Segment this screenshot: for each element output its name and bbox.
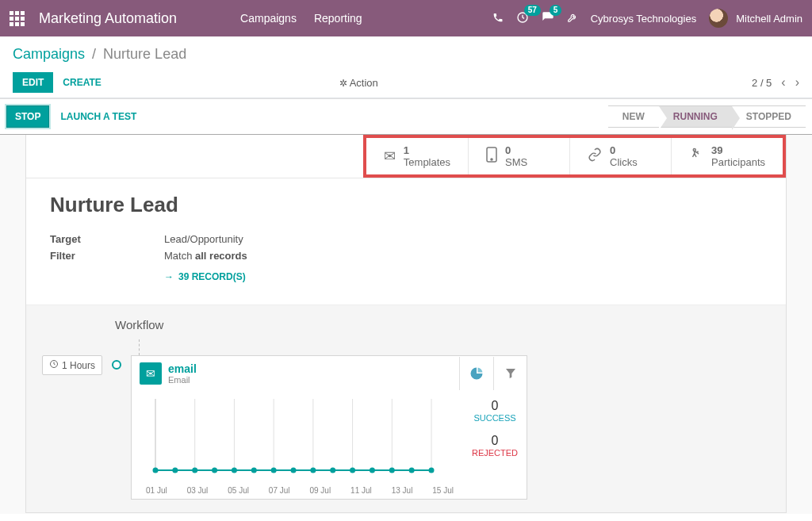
svg-point-21 (271, 468, 277, 473)
svg-point-19 (232, 468, 237, 473)
activity-card: ✉ email Email (131, 355, 527, 500)
workflow-title: Workflow (115, 318, 770, 331)
graph-button[interactable] (460, 357, 493, 390)
funnel-button[interactable] (493, 357, 527, 390)
clock-icon (49, 359, 59, 371)
nav-menu: Campaigns Reporting (240, 12, 362, 25)
page-title: Nurture Lead (50, 193, 762, 217)
breadcrumb-current: Nurture Lead (103, 46, 186, 62)
control-panel: Campaigns / Nurture Lead EDIT CREATE ✲ A… (0, 36, 812, 98)
svg-point-16 (172, 468, 178, 473)
activity-name[interactable]: email (168, 362, 197, 375)
apps-icon[interactable] (10, 11, 25, 26)
stat-buttons-row: ✉ 1 Templates 0 SMS (26, 135, 786, 178)
stop-button[interactable]: STOP (6, 105, 49, 128)
status-steps: NEW RUNNING STOPPED (608, 105, 806, 128)
records-link[interactable]: → 39 RECORD(S) (164, 271, 762, 282)
sheet-body: Nurture Lead Target Lead/Opportunity Fil… (26, 178, 786, 290)
svg-point-23 (310, 468, 316, 473)
status-new[interactable]: NEW (608, 105, 659, 128)
messages-icon[interactable]: 5 (542, 11, 554, 26)
activities-badge: 57 (524, 5, 541, 16)
nav-campaigns[interactable]: Campaigns (240, 12, 297, 25)
launch-test-button[interactable]: LAUNCH A TEST (60, 111, 136, 122)
nav-reporting[interactable]: Reporting (314, 12, 362, 25)
avatar[interactable] (709, 9, 728, 28)
svg-point-29 (429, 468, 435, 473)
messages-badge: 5 (550, 5, 562, 16)
rejected-count: 0 (463, 434, 527, 448)
filter-value: Match all records (164, 250, 247, 262)
participants-icon (689, 147, 703, 166)
stat-sms[interactable]: 0 SMS (469, 138, 570, 174)
user-name[interactable]: Mitchell Admin (736, 13, 802, 25)
status-bar: STOP LAUNCH A TEST NEW RUNNING STOPPED (0, 98, 812, 135)
svg-point-2 (491, 159, 492, 160)
svg-point-24 (330, 468, 335, 473)
target-value: Lead/Opportunity (164, 233, 243, 245)
svg-point-3 (693, 148, 695, 151)
stat-participants[interactable]: 39 Participants (672, 138, 783, 174)
action-menu[interactable]: ✲ Action (339, 77, 378, 89)
form-sheet: ✉ 1 Templates 0 SMS (25, 135, 787, 513)
pager-text: 2 / 5 (752, 77, 772, 89)
phone-icon[interactable] (492, 12, 504, 25)
edit-button[interactable]: EDIT (13, 72, 53, 93)
target-label: Target (50, 233, 164, 245)
svg-point-26 (370, 468, 375, 473)
breadcrumb: Campaigns / Nurture Lead (13, 46, 799, 63)
brand-title: Marketing Automation (39, 10, 177, 27)
pager: 2 / 5 ‹ › (752, 75, 799, 90)
rejected-label: REJECTED (463, 448, 527, 458)
activity-delay[interactable]: 1 Hours (42, 355, 102, 375)
create-button[interactable]: CREATE (63, 77, 101, 88)
filter-label: Filter (50, 250, 164, 262)
workflow-activity: 1 Hours ✉ email Email (42, 355, 770, 500)
envelope-icon: ✉ (384, 147, 396, 165)
workflow-section: Workflow 1 Hours ✉ email (26, 305, 786, 512)
svg-point-20 (251, 468, 257, 473)
stat-templates[interactable]: ✉ 1 Templates (366, 138, 469, 174)
sheet-container: ✉ 1 Templates 0 SMS (0, 135, 812, 514)
status-stopped[interactable]: STOPPED (732, 105, 806, 128)
nav-right: 57 5 Cybrosys Technologies Mitchell Admi… (492, 9, 802, 28)
success-count: 0 (463, 399, 527, 413)
mobile-icon (486, 147, 497, 167)
success-label: SUCCESS (463, 413, 527, 423)
svg-point-28 (409, 468, 415, 473)
stat-clicks[interactable]: 0 Clicks (570, 138, 672, 174)
clock-icon[interactable]: 57 (516, 11, 529, 26)
status-running[interactable]: RUNNING (659, 105, 732, 128)
pager-prev[interactable]: ‹ (781, 75, 785, 90)
breadcrumb-parent[interactable]: Campaigns (13, 46, 85, 62)
gear-icon: ✲ (339, 78, 347, 89)
svg-point-15 (153, 468, 159, 473)
activity-type: Email (168, 375, 197, 385)
svg-point-18 (212, 468, 217, 473)
activity-chart: 01 Jul03 Jul05 Jul07 Jul09 Jul11 Jul13 J… (132, 391, 463, 499)
navbar: Marketing Automation Campaigns Reporting… (0, 0, 812, 36)
link-icon (588, 147, 602, 166)
tools-icon[interactable] (567, 12, 578, 25)
company-name[interactable]: Cybrosys Technologies (591, 13, 696, 25)
svg-point-27 (389, 468, 395, 473)
highlight-box: ✉ 1 Templates 0 SMS (363, 135, 786, 178)
svg-point-25 (350, 468, 355, 473)
activity-node-icon (112, 360, 121, 370)
svg-point-17 (192, 468, 197, 473)
arrow-right-icon: → (164, 271, 174, 282)
mail-icon: ✉ (140, 362, 162, 385)
pager-next[interactable]: › (795, 75, 799, 90)
svg-point-22 (291, 468, 297, 473)
